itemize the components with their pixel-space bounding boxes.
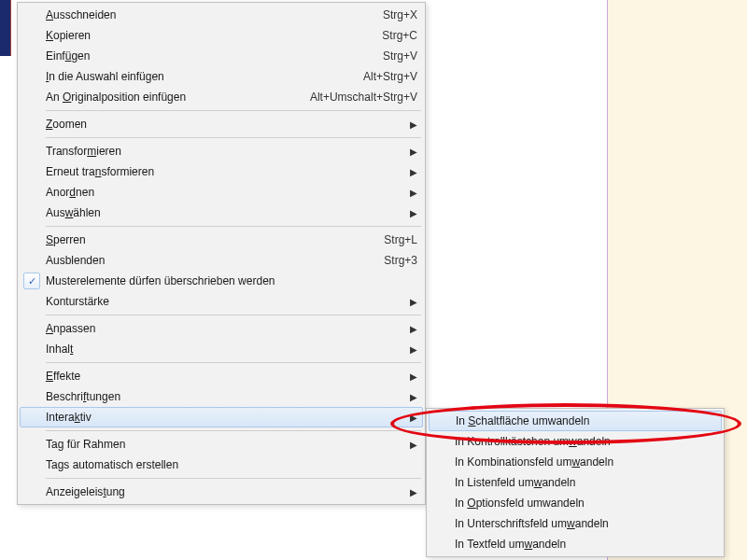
menu-item-label: In Unterschriftsfeld umwandeln — [455, 517, 716, 530]
menu-item[interactable]: Konturstärke▶ — [20, 291, 423, 312]
menu-item-label: In Textfeld umwandeln — [455, 538, 716, 551]
chevron-right-icon: ▶ — [408, 392, 417, 402]
menu-item-label: Sperren — [46, 233, 365, 246]
menu-item-label: Konturstärke — [46, 295, 401, 308]
menu-item-label: Anordnen — [46, 186, 401, 199]
menu-shortcut: Strg+C — [363, 29, 417, 42]
submenu-item[interactable]: In Schaltfläche umwandeln — [429, 411, 722, 431]
menu-item-label: An Originalposition einfügen — [46, 91, 291, 104]
chevron-right-icon: ▶ — [408, 208, 417, 218]
menu-shortcut: Strg+V — [364, 49, 417, 63]
chevron-right-icon: ▶ — [408, 487, 417, 497]
menu-item[interactable]: EinfügenStrg+V — [20, 46, 423, 66]
menu-item-label: Anzeigeleistung — [46, 485, 401, 498]
menu-item[interactable]: Interaktiv▶ — [20, 407, 423, 427]
chevron-right-icon: ▶ — [408, 344, 417, 355]
menu-shortcut: Strg+L — [365, 233, 417, 246]
menu-shortcut: Alt+Strg+V — [345, 70, 417, 83]
menu-item-label: In Optionsfeld umwandeln — [455, 497, 716, 510]
menu-item-label: Beschriftungen — [46, 390, 401, 403]
chevron-right-icon: ▶ — [408, 147, 417, 157]
menu-item-label: Tag für Rahmen — [46, 438, 401, 451]
chevron-right-icon: ▶ — [408, 188, 417, 198]
menu-separator — [46, 430, 421, 431]
menu-item-label: In die Auswahl einfügen — [46, 70, 345, 83]
menu-item-label: Ausschneiden — [46, 8, 364, 21]
menu-shortcut: Strg+X — [364, 8, 417, 21]
menu-separator — [46, 110, 421, 111]
submenu-item[interactable]: In Kontrollkästchen umwandeln — [429, 431, 722, 452]
menu-item[interactable]: Tag für Rahmen▶ — [20, 434, 423, 455]
menu-item[interactable]: Inhalt▶ — [20, 339, 423, 359]
menu-item-label: In Listenfeld umwandeln — [455, 476, 716, 489]
chevron-right-icon: ▶ — [408, 440, 417, 450]
menu-item-label: Kopieren — [46, 29, 363, 42]
menu-item-label: Auswählen — [46, 206, 401, 219]
submenu-item[interactable]: In Optionsfeld umwandeln — [429, 493, 722, 513]
menu-item[interactable]: Beschriftungen▶ — [20, 386, 423, 407]
menu-item[interactable]: Anzeigeleistung▶ — [20, 482, 423, 502]
menu-item[interactable]: Transformieren▶ — [20, 141, 423, 161]
menu-shortcut: Strg+3 — [365, 254, 417, 267]
left-ruler-strip — [0, 0, 11, 56]
menu-item[interactable]: Zoomen▶ — [20, 114, 423, 134]
menu-item-label: Ausblenden — [46, 254, 365, 267]
menu-item[interactable]: Auswählen▶ — [20, 203, 423, 223]
interaktiv-submenu: In Schaltfläche umwandelnIn Kontrollkäst… — [426, 408, 725, 557]
menu-separator — [46, 478, 421, 479]
submenu-item[interactable]: In Listenfeld umwandeln — [429, 472, 722, 493]
menu-item[interactable]: In die Auswahl einfügenAlt+Strg+V — [20, 66, 423, 87]
menu-item[interactable]: Tags automatisch erstellen — [20, 455, 423, 475]
submenu-item[interactable]: In Unterschriftsfeld umwandeln — [429, 513, 722, 534]
menu-shortcut: Alt+Umschalt+Strg+V — [291, 91, 417, 104]
submenu-item[interactable]: In Textfeld umwandeln — [429, 534, 722, 554]
menu-item-label: Interaktiv — [46, 411, 401, 424]
menu-separator — [46, 315, 421, 315]
menu-item[interactable]: AusblendenStrg+3 — [20, 250, 423, 271]
menu-item-label: Anpassen — [46, 322, 401, 335]
chevron-right-icon: ▶ — [408, 297, 417, 307]
chevron-right-icon: ▶ — [408, 371, 417, 382]
menu-separator — [46, 226, 421, 227]
menu-item[interactable]: Anordnen▶ — [20, 182, 423, 203]
menu-item[interactable]: ✓Musterelemente dürfen überschrieben wer… — [20, 271, 423, 291]
menu-item-label: In Kontrollkästchen umwandeln — [455, 435, 716, 448]
menu-item-label: In Kombinationsfeld umwandeln — [455, 455, 716, 469]
context-menu: AusschneidenStrg+XKopierenStrg+CEinfügen… — [17, 2, 426, 505]
menu-item-label: Transformieren — [46, 145, 401, 158]
menu-item[interactable]: SperrenStrg+L — [20, 230, 423, 250]
chevron-right-icon: ▶ — [408, 167, 417, 177]
menu-item-label: Zoomen — [46, 118, 401, 131]
menu-separator — [46, 137, 421, 138]
chevron-right-icon: ▶ — [408, 324, 417, 334]
menu-item[interactable]: AusschneidenStrg+X — [20, 5, 423, 25]
menu-item-label: Musterelemente dürfen überschrieben werd… — [46, 274, 417, 287]
menu-item[interactable]: An Originalposition einfügenAlt+Umschalt… — [20, 87, 423, 107]
menu-item[interactable]: Effekte▶ — [20, 366, 423, 386]
menu-item-label: Einfügen — [46, 49, 364, 63]
menu-separator — [46, 362, 421, 363]
chevron-right-icon: ▶ — [408, 413, 417, 423]
menu-item-label: Erneut transformieren — [46, 165, 401, 178]
menu-item-label: Effekte — [46, 370, 401, 383]
menu-item[interactable]: KopierenStrg+C — [20, 25, 423, 46]
chevron-right-icon: ▶ — [408, 119, 417, 130]
menu-item-label: Inhalt — [46, 343, 401, 356]
menu-item-label: In Schaltfläche umwandeln — [456, 414, 716, 427]
menu-item[interactable]: Erneut transformieren▶ — [20, 161, 423, 182]
submenu-item[interactable]: In Kombinationsfeld umwandeln — [429, 452, 722, 472]
menu-item[interactable]: Anpassen▶ — [20, 318, 423, 339]
menu-item-label: Tags automatisch erstellen — [46, 458, 417, 471]
check-icon: ✓ — [23, 273, 40, 289]
